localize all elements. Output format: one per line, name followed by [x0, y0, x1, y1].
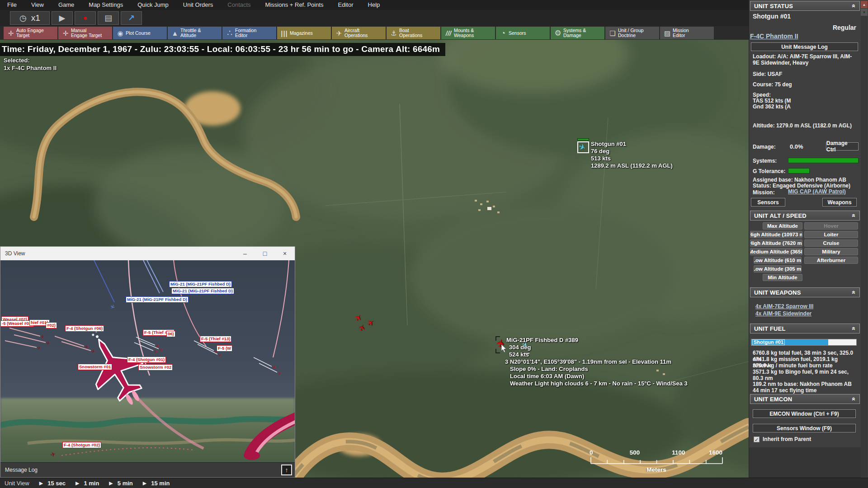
- mission-link[interactable]: MIG CAP (AAW Patrol): [788, 189, 846, 195]
- toolbar-systems-damage[interactable]: ⚙ Systems &Damage: [551, 27, 604, 39]
- toolbar-row: ✛ Auto EngageTarget ✛ ManualEngage Targe…: [0, 26, 749, 40]
- alt-high-7620-button[interactable]: High Altitude (7620 m): [750, 239, 802, 247]
- step-play-icon[interactable]: ▶: [143, 480, 146, 486]
- time-step-5min[interactable]: 5 min: [118, 480, 133, 487]
- collapse-chevron-icon[interactable]: «: [850, 327, 858, 330]
- time-step-15sec[interactable]: 15 sec: [47, 480, 66, 487]
- menu-file[interactable]: File: [0, 0, 24, 10]
- sidebar-scrollbar[interactable]: ▲ ▼: [861, 1, 868, 477]
- record-button[interactable]: ●: [75, 11, 96, 25]
- collapse-chevron-icon[interactable]: «: [850, 397, 858, 401]
- alt-high-10973-button[interactable]: High Altitude (10973 m: [750, 231, 802, 238]
- threed-aircraft-label[interactable]: F-4 (Shotgun #06): [65, 325, 104, 332]
- panel-header-unit-emcon[interactable]: UNIT EMCON «: [750, 394, 860, 404]
- map-unit-shotgun[interactable]: ✈: [577, 141, 589, 153]
- unit-class-link[interactable]: F-4C Phantom II: [750, 33, 798, 40]
- toolbar-sensors[interactable]: ◔ Sensors: [496, 27, 550, 39]
- collapse-chevron-icon[interactable]: «: [850, 4, 858, 8]
- menu-missions-ref-points[interactable]: Missions + Ref. Points: [258, 0, 331, 10]
- threed-aircraft-label[interactable]: F-4 (Shotgun #02): [62, 442, 101, 448]
- panel-header-unit-weapons[interactable]: UNIT WEAPONS «: [750, 287, 860, 297]
- threed-aircraft-label[interactable]: F-4 (Shotgun #01): [127, 357, 166, 363]
- menu-map-settings[interactable]: Map Settings: [81, 0, 130, 10]
- menu-game[interactable]: Game: [51, 0, 81, 10]
- toolbar-auto-engage-target[interactable]: ✛ Auto EngageTarget: [4, 27, 57, 39]
- toolbar-aircraft-operations[interactable]: ✈ AircraftOperations: [332, 27, 386, 39]
- step-play-icon[interactable]: ▶: [39, 480, 43, 486]
- scroll-up-icon[interactable]: ▲: [861, 1, 868, 8]
- throttle-altitude-icon: ▲: [170, 30, 180, 37]
- map-tooltip-position: N20°01'14", E105°39'08" - 1.19nm from se…: [510, 358, 671, 365]
- toolbar-throttle-altitude[interactable]: ▲ Throttle &Altitude: [168, 27, 222, 39]
- toolbar-boat-operations[interactable]: ⚓ BoatOperations: [387, 27, 440, 39]
- time-step-15min[interactable]: 15 min: [151, 480, 170, 487]
- threed-aircraft-label[interactable]: MiG-21 (MiG-21PF Fishbed D): [126, 296, 189, 303]
- menu-view[interactable]: View: [24, 0, 51, 10]
- scroll-down-icon[interactable]: ▼: [861, 9, 868, 16]
- view-mode-label: Unit View: [5, 480, 29, 487]
- weapons-button[interactable]: Weapons: [822, 198, 857, 206]
- threed-aircraft-label[interactable]: Snowstorm #01: [78, 364, 112, 370]
- threed-aircraft-label[interactable]: F-5 (Thief #13): [200, 336, 231, 342]
- message-log-bar[interactable]: Message Log ↑: [0, 462, 295, 477]
- speed-cruise-button[interactable]: Cruise: [804, 239, 858, 247]
- 3d-view-titlebar[interactable]: 3D View – □ ×: [0, 247, 295, 260]
- minimize-icon[interactable]: –: [235, 250, 255, 257]
- menu-help[interactable]: Help: [361, 0, 387, 10]
- toolbar-plot-course[interactable]: ◉ Plot Course: [113, 27, 167, 39]
- jump-button[interactable]: ↗: [121, 11, 142, 25]
- map-unit-shotgun-healthbar: [577, 138, 589, 141]
- time-step-1min[interactable]: 1 min: [84, 480, 99, 487]
- threed-aircraft-label[interactable]: 06): [166, 331, 175, 337]
- threed-aircraft-label[interactable]: MiG-21 (MiG-21PF Fishbed D): [169, 281, 232, 287]
- threed-aircraft-label[interactable]: MiG-21 (MiG-21PF Fishbed D): [171, 288, 234, 294]
- threed-aircraft-label[interactable]: F-5 (W: [217, 345, 232, 352]
- weapon-link-sidewinder[interactable]: 4x AIM-9E Sidewinder: [755, 311, 811, 317]
- menu-quick-jump[interactable]: Quick Jump: [130, 0, 176, 10]
- step-play-icon[interactable]: ▶: [109, 480, 113, 486]
- threed-aircraft-label[interactable]: #02): [46, 322, 57, 328]
- inherit-from-parent-checkbox[interactable]: ✓: [754, 436, 760, 442]
- speed-loiter-button[interactable]: Loiter: [804, 231, 858, 238]
- threed-aircraft-label[interactable]: Snowstorm #02: [138, 364, 173, 371]
- collapse-chevron-icon[interactable]: «: [850, 214, 858, 217]
- panel-header-unit-status[interactable]: UNIT STATUS «: [750, 1, 860, 11]
- scale-unit: Meters: [646, 466, 666, 473]
- time-compression-button[interactable]: ◷ x1: [10, 11, 50, 25]
- toolbar-magazines[interactable]: ||| Magazines: [277, 27, 331, 39]
- sensors-button[interactable]: Sensors: [751, 198, 785, 206]
- emcon-window-button[interactable]: EMCON Window (Ctrl + F9): [753, 409, 856, 418]
- step-play-icon[interactable]: ▶: [75, 480, 79, 486]
- svg-text:✈: ✈: [108, 303, 117, 310]
- toolbar-formation-editor[interactable]: ∴ FormationEditor: [222, 27, 276, 39]
- close-icon[interactable]: ×: [275, 250, 295, 257]
- manual-engage-target-icon: ✛: [60, 30, 71, 37]
- weapon-link-sparrow[interactable]: 4x AIM-7E2 Sparrow III: [755, 304, 813, 310]
- toolbar-unit-group-doctrine[interactable]: ❏ Unit / GroupDoctrine: [605, 27, 659, 39]
- alt-max-button[interactable]: Max Altitude: [763, 222, 802, 230]
- sensors-window-button[interactable]: Sensors Window (F9): [753, 424, 856, 432]
- toolbar-mounts-weapons[interactable]: /// Mounts &Weapons: [441, 27, 495, 39]
- panel-header-unit-fuel[interactable]: UNIT FUEL «: [750, 324, 860, 333]
- menu-unit-orders[interactable]: Unit Orders: [176, 0, 220, 10]
- alt-low-610-button[interactable]: Low Altitude (610 m): [754, 257, 802, 264]
- alt-min-button[interactable]: Min Altitude: [763, 274, 802, 281]
- interface-mode-button[interactable]: ▤: [98, 11, 119, 25]
- toolbar-mission-editor[interactable]: ▨ MissionEditor: [660, 27, 714, 39]
- damage-label: Damage:: [753, 144, 776, 150]
- play-button[interactable]: ▶: [52, 11, 73, 25]
- maximize-icon[interactable]: □: [255, 250, 275, 257]
- svg-text:✈: ✈: [153, 348, 159, 355]
- panel-header-unit-alt-speed[interactable]: UNIT ALT / SPEED «: [750, 211, 860, 221]
- speed-military-button[interactable]: Military: [804, 248, 858, 255]
- alt-medium-3658-button[interactable]: Medium Altitude (3658: [750, 248, 802, 255]
- 3d-view-viewport[interactable]: ✈ ✈ ✈ ✈ ✈ ✈: [0, 260, 295, 462]
- speed-afterburner-button[interactable]: Afterburner: [804, 257, 858, 264]
- unit-message-log-button[interactable]: Unit Message Log: [751, 42, 858, 51]
- alt-low-305-button[interactable]: Low Altitude (305 m): [754, 265, 802, 272]
- toolbar-manual-engage-target[interactable]: ✛ ManualEngage Target: [58, 27, 112, 39]
- message-log-expand-button[interactable]: ↑: [281, 465, 292, 475]
- menu-editor[interactable]: Editor: [331, 0, 361, 10]
- collapse-chevron-icon[interactable]: «: [850, 291, 858, 294]
- damage-ctrl-button[interactable]: Damage Ctrl: [826, 142, 859, 150]
